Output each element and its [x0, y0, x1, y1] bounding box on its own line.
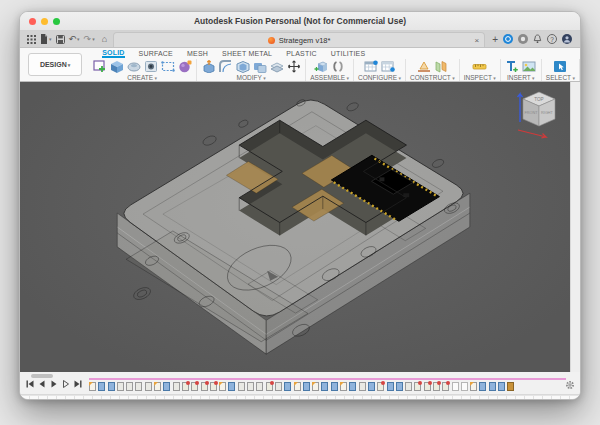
hole-icon[interactable]	[143, 60, 158, 73]
tab-solid[interactable]: SOLID	[102, 49, 124, 58]
timeline-feature-joint[interactable]	[201, 382, 208, 391]
timeline-feature-extrude[interactable]	[163, 382, 170, 391]
group-modify-label[interactable]: MODIFY	[237, 74, 266, 81]
file-menu-button[interactable]: ▾	[39, 34, 53, 44]
timeline-feature-extrude[interactable]	[108, 382, 115, 391]
configuration-insert-icon[interactable]	[381, 60, 396, 73]
close-tab-button[interactable]: ×	[474, 36, 479, 45]
timeline-feature-extrude[interactable]	[284, 382, 291, 391]
timeline-feature-joint[interactable]	[266, 382, 273, 391]
group-configure-label[interactable]: CONFIGURE	[358, 74, 401, 81]
timeline-feature-extrude[interactable]	[368, 382, 375, 391]
play-button[interactable]	[50, 380, 58, 388]
timeline-feature-extrude[interactable]	[349, 382, 356, 391]
help-icon[interactable]: ?	[547, 34, 557, 44]
group-select-label[interactable]: SELECT	[546, 74, 575, 81]
group-assemble-label[interactable]: ASSEMBLE	[310, 74, 349, 81]
tab-mesh[interactable]: MESH	[187, 50, 208, 57]
timeline-feature-extrude[interactable]	[489, 382, 496, 391]
step-forward-button[interactable]	[62, 380, 70, 388]
press-pull-icon[interactable]	[201, 60, 216, 73]
joint-icon[interactable]	[331, 60, 346, 73]
timeline-feature-gold[interactable]	[507, 382, 514, 391]
timeline-feature-sketch[interactable]	[470, 382, 477, 391]
timeline-feature-sketch[interactable]	[89, 382, 96, 391]
timeline-feature-doc[interactable]	[405, 382, 412, 391]
tab-surface[interactable]: SURFACE	[139, 50, 173, 57]
timeline-feature-plane[interactable]	[452, 382, 459, 391]
timeline-feature-extrude[interactable]	[303, 382, 310, 391]
canvas-icon[interactable]	[522, 60, 537, 73]
profile-avatar[interactable]	[562, 34, 572, 44]
shell-icon[interactable]	[235, 60, 250, 73]
measure-icon[interactable]	[472, 60, 487, 73]
pattern-icon[interactable]	[160, 60, 175, 73]
offset-face-icon[interactable]	[269, 60, 284, 73]
go-to-start-button[interactable]	[26, 380, 34, 388]
timeline-feature-doc[interactable]	[247, 382, 254, 391]
timeline-feature-doc[interactable]	[126, 382, 133, 391]
new-tab-button[interactable]: +	[487, 34, 503, 45]
timeline-feature-extrude[interactable]	[321, 382, 328, 391]
save-button[interactable]	[55, 35, 66, 44]
timeline-feature-doc[interactable]	[256, 382, 263, 391]
view-cube[interactable]: TOP FRONT RIGHT	[506, 86, 566, 144]
notifications-icon[interactable]	[533, 34, 542, 44]
timeline-feature-joint[interactable]	[191, 382, 198, 391]
timeline-feature-doc[interactable]	[359, 382, 366, 391]
document-tab[interactable]: Strategem v18* ×	[113, 32, 485, 47]
step-back-button[interactable]	[38, 380, 46, 388]
timeline-feature-plane[interactable]	[461, 382, 468, 391]
decal-icon[interactable]	[505, 60, 520, 73]
timeline-feature-joint[interactable]	[414, 382, 421, 391]
timeline-feature-joint[interactable]	[210, 382, 217, 391]
configuration-table-icon[interactable]	[364, 60, 379, 73]
timeline-feature-extrude[interactable]	[498, 382, 505, 391]
redo-button[interactable]: ↷▾	[83, 35, 96, 44]
timeline-zoom-handle[interactable]	[31, 374, 53, 378]
timeline-feature-joint[interactable]	[433, 382, 440, 391]
timeline-feature-doc[interactable]	[117, 382, 124, 391]
timeline-feature-doc[interactable]	[173, 382, 180, 391]
timeline-feature-extrude[interactable]	[387, 382, 394, 391]
timeline-feature-doc[interactable]	[145, 382, 152, 391]
timeline-feature-extrude[interactable]	[479, 382, 486, 391]
app-grid-icon[interactable]	[26, 35, 37, 44]
undo-button[interactable]: ↶▾	[68, 35, 81, 44]
timeline-feature-joint[interactable]	[442, 382, 449, 391]
timeline-feature-sketch[interactable]	[219, 382, 226, 391]
timeline-settings-gear-icon[interactable]	[565, 380, 575, 390]
timeline-feature-extrude[interactable]	[331, 382, 338, 391]
group-inspect-label[interactable]: INSPECT	[464, 74, 496, 81]
timeline-feature-extrude[interactable]	[228, 382, 235, 391]
timeline-feature-joint[interactable]	[182, 382, 189, 391]
tab-sheet-metal[interactable]: SHEET METAL	[222, 50, 272, 57]
timeline-feature-joint[interactable]	[424, 382, 431, 391]
timeline-feature-doc[interactable]	[135, 382, 142, 391]
timeline-feature-extrude[interactable]	[98, 382, 105, 391]
select-icon[interactable]	[553, 60, 568, 73]
tab-plastic[interactable]: PLASTIC	[286, 50, 317, 57]
group-create-label[interactable]: CREATE	[127, 74, 157, 81]
go-to-end-button[interactable]	[74, 380, 82, 388]
form-icon[interactable]	[177, 60, 192, 73]
timeline-feature-sketch[interactable]	[294, 382, 301, 391]
timeline-feature-joint[interactable]	[377, 382, 384, 391]
offset-plane-icon[interactable]	[416, 60, 431, 73]
combine-icon[interactable]	[252, 60, 267, 73]
timeline-ruler[interactable]	[20, 395, 580, 400]
workspace-selector[interactable]: DESIGN▾	[28, 53, 82, 76]
model-viewport[interactable]: TOP FRONT RIGHT ▾ ▾ ▾	[20, 82, 580, 372]
timeline-feature-doc[interactable]	[275, 382, 282, 391]
timeline-feature-sketch[interactable]	[154, 382, 161, 391]
group-insert-label[interactable]: INSERT	[507, 74, 535, 81]
tab-utilities[interactable]: UTILITIES	[331, 50, 365, 57]
group-construct-label[interactable]: CONSTRUCT	[410, 74, 455, 81]
job-status-icon[interactable]	[518, 34, 528, 44]
create-sketch-icon[interactable]	[92, 60, 107, 73]
move-copy-icon[interactable]	[286, 60, 301, 73]
fillet-icon[interactable]	[218, 60, 233, 73]
timeline-feature-extrude[interactable]	[396, 382, 403, 391]
online-status-icon[interactable]	[503, 34, 513, 44]
extrude-icon[interactable]	[109, 60, 124, 73]
